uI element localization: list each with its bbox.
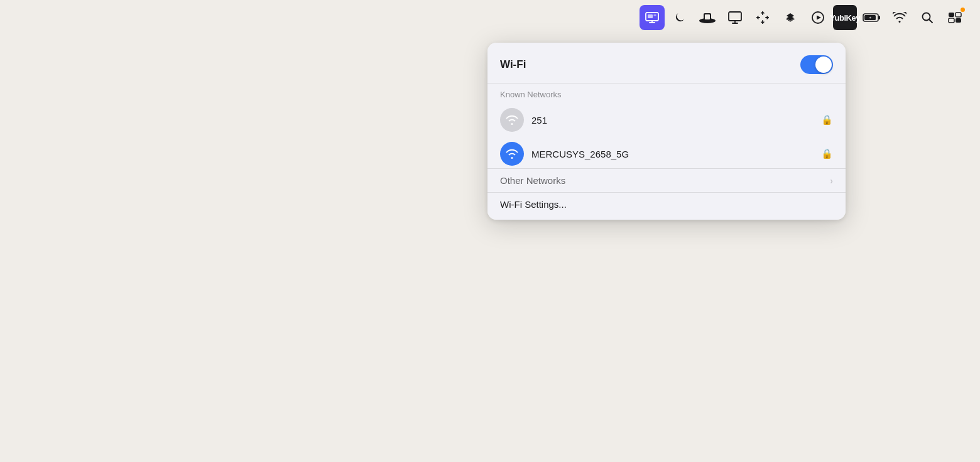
wifi-menubar-icon	[893, 12, 906, 23]
svg-rect-14	[878, 16, 880, 19]
menubar-item-monitor[interactable]	[722, 5, 748, 30]
wifi-toggle-knob	[815, 56, 832, 73]
screen-share-icon	[645, 12, 659, 23]
svg-line-16	[929, 19, 932, 23]
menubar-item-screen-share[interactable]	[640, 5, 665, 30]
dropbox-icon	[784, 11, 797, 24]
network-icon-mercusys	[500, 142, 524, 166]
menubar-item-battery[interactable]	[859, 5, 885, 30]
svg-rect-20	[956, 18, 961, 23]
chevron-right-icon: ›	[830, 176, 833, 186]
network-item-251[interactable]: 251 🔒	[487, 103, 846, 137]
svg-rect-7	[705, 14, 710, 19]
menubar-item-yk[interactable]: YubiKey	[833, 5, 857, 30]
menubar: YubiKey	[0, 0, 980, 35]
monitor-icon	[728, 11, 742, 24]
menubar-item-search[interactable]	[915, 5, 940, 30]
wifi-popup-title: Wi-Fi	[500, 58, 526, 71]
menubar-item-infuse[interactable]	[805, 5, 830, 30]
search-icon	[922, 12, 933, 23]
svg-rect-4	[654, 14, 656, 16]
moon-icon	[673, 11, 686, 24]
battery-icon	[863, 13, 881, 23]
known-networks-label: Known Networks	[487, 83, 846, 103]
wifi-toggle[interactable]	[800, 55, 833, 74]
other-networks-label: Other Networks	[500, 175, 565, 186]
menubar-item-dropbox[interactable]	[778, 5, 803, 30]
wifi-icon-251	[505, 114, 519, 126]
lock-icon-251: 🔒	[821, 114, 833, 126]
network-icon-251	[500, 108, 524, 132]
network-name-mercusys: MERCUSYS_2658_5G	[531, 149, 814, 159]
svg-rect-3	[648, 14, 653, 18]
other-networks-item[interactable]: Other Networks ›	[487, 169, 846, 192]
play-icon	[812, 11, 824, 24]
menubar-item-moon[interactable]	[667, 5, 692, 30]
hat-icon	[699, 12, 716, 23]
svg-rect-18	[956, 13, 961, 17]
menubar-item-move[interactable]	[750, 5, 775, 30]
wifi-popup: Wi-Fi Known Networks 251 🔒 MERCUSYS_26	[487, 43, 846, 220]
network-name-251: 251	[531, 115, 814, 126]
wifi-popup-header: Wi-Fi	[487, 53, 846, 83]
menubar-item-control-center[interactable]	[942, 5, 967, 30]
lock-icon-mercusys: 🔒	[821, 148, 833, 159]
move-icon	[756, 11, 770, 24]
svg-rect-8	[729, 12, 741, 21]
network-item-mercusys[interactable]: MERCUSYS_2658_5G 🔒	[487, 137, 846, 168]
svg-rect-17	[949, 13, 954, 17]
wifi-icon-mercusys	[505, 148, 519, 159]
svg-rect-19	[949, 18, 954, 23]
control-center-icon	[948, 12, 962, 23]
wifi-settings-label: Wi-Fi Settings...	[500, 199, 567, 210]
yk-label: YubiKey	[830, 13, 860, 23]
notification-dot	[961, 8, 965, 12]
menubar-item-wifi[interactable]	[887, 5, 912, 30]
menubar-item-hat[interactable]	[695, 5, 720, 30]
wifi-settings-item[interactable]: Wi-Fi Settings...	[487, 193, 846, 216]
